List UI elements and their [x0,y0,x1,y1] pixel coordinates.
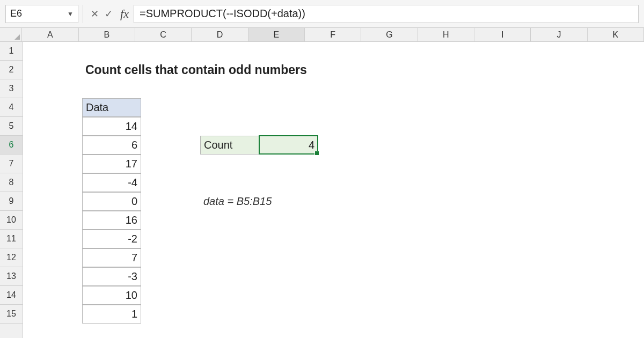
row-header[interactable]: 8 [0,173,23,192]
name-box-value: E6 [10,8,22,19]
data-cell[interactable]: 10 [82,286,141,305]
column-header[interactable]: G [361,28,418,41]
row-header[interactable]: 5 [0,117,23,136]
spreadsheet-grid: ABCDEFGHIJK 123456789101112131415 Count … [0,28,644,338]
data-column-header[interactable]: Data [82,98,141,117]
data-cell[interactable]: -3 [82,267,141,286]
row-header-column: 123456789101112131415 [0,42,23,338]
row-header[interactable]: 7 [0,155,23,173]
fx-icon: fx [120,7,129,21]
formula-bar: E6 ▼ ✕ ✓ fx =SUMPRODUCT(--ISODD(+data)) [0,0,644,28]
row-header[interactable]: 11 [0,230,23,248]
column-header[interactable]: E [248,28,305,41]
named-range-note: data = B5:B15 [200,192,340,211]
row-header[interactable]: 3 [0,79,23,98]
count-value-cell[interactable]: 4 [259,136,318,155]
data-cell[interactable]: 14 [82,117,141,136]
row-header[interactable]: 9 [0,192,23,211]
row-header[interactable]: 4 [0,98,23,117]
row-header[interactable]: 14 [0,286,23,305]
column-header[interactable]: H [418,28,474,41]
row-header[interactable]: 13 [0,267,23,286]
column-header[interactable]: D [192,28,248,41]
cancel-formula-button[interactable]: ✕ [87,5,101,23]
name-box[interactable]: E6 ▼ [5,5,78,23]
data-cell[interactable]: 17 [82,155,141,173]
chevron-down-icon[interactable]: ▼ [67,10,74,18]
row-header[interactable]: 15 [0,305,23,324]
data-cell[interactable]: -2 [82,230,141,248]
select-all-corner[interactable] [0,28,22,41]
column-header[interactable]: I [474,28,531,41]
data-cell[interactable]: 1 [82,305,141,324]
row-header[interactable]: 2 [0,61,23,79]
page-title: Count cells that contain odd numbers [82,61,350,79]
row-header[interactable]: 1 [0,42,23,61]
row-header[interactable]: 6 [0,136,23,155]
formula-text: =SUMPRODUCT(--ISODD(+data)) [140,8,305,20]
column-header[interactable]: B [79,28,135,41]
column-header[interactable]: K [588,28,644,41]
data-cell[interactable]: 0 [82,192,141,211]
column-header[interactable]: A [22,28,78,41]
column-header[interactable]: J [531,28,587,41]
column-header-row: ABCDEFGHIJK [0,28,644,42]
data-cell[interactable]: 7 [82,248,141,267]
data-cell[interactable]: -4 [82,173,141,192]
row-header[interactable]: 10 [0,211,23,230]
cells-area[interactable]: Count cells that contain odd numbers Dat… [23,42,644,338]
check-icon: ✓ [105,8,113,20]
x-icon: ✕ [91,8,99,20]
column-header[interactable]: C [135,28,192,41]
insert-function-button[interactable]: fx [115,7,134,21]
data-cell[interactable]: 6 [82,136,141,155]
row-header[interactable]: 12 [0,248,23,267]
formula-input[interactable]: =SUMPRODUCT(--ISODD(+data)) [134,5,639,23]
column-header[interactable]: F [305,28,361,41]
confirm-formula-button[interactable]: ✓ [101,5,115,23]
data-cell[interactable]: 16 [82,211,141,230]
separator [83,5,83,23]
count-label-cell[interactable]: Count [200,136,259,155]
